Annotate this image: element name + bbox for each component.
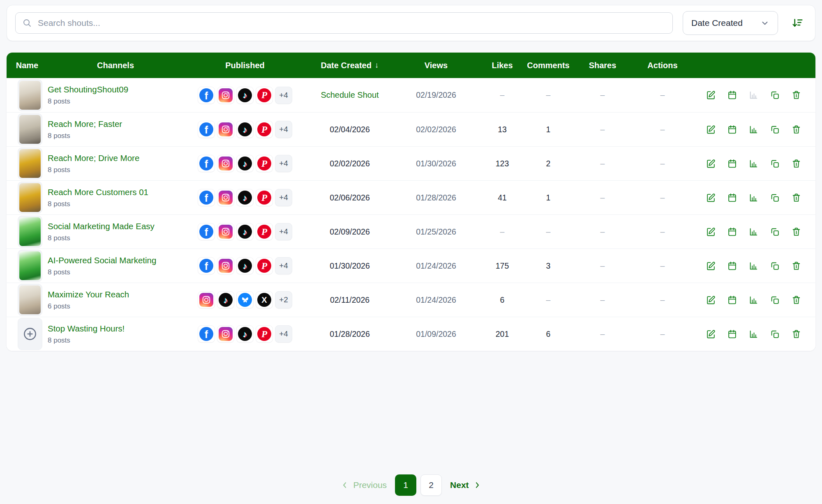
edit-button[interactable] [706,159,716,169]
shout-thumbnail[interactable] [18,216,42,248]
shout-thumbnail[interactable] [18,250,42,282]
date-created-cell: 01/24/2026 [393,295,479,305]
thumbnail-image [19,285,41,314]
shout-thumbnail[interactable] [18,147,42,180]
schedule-button[interactable] [727,295,737,305]
duplicate-button[interactable] [770,124,780,135]
date-created-cell: 02/02/2026 [393,125,479,134]
edit-button[interactable] [706,193,716,203]
previous-page-button[interactable]: Previous [341,480,387,490]
schedule-button[interactable] [727,193,737,203]
delete-button[interactable] [791,159,801,169]
edit-button[interactable] [706,124,716,135]
table-header-row: NameChannelsPublishedDate Created↓ViewsL… [7,53,815,78]
search-input[interactable] [38,18,666,28]
shout-name-link[interactable]: Maximize Your Reach [48,290,129,299]
tiktok-icon: ♪ [217,291,234,308]
next-page-button[interactable]: Next [450,480,481,490]
shout-name-link[interactable]: AI-Powered Social Marketing [48,255,156,265]
pinterest-icon: P [256,223,273,240]
shout-name-link[interactable]: Social Marketing Made Easy [48,221,155,231]
actions-cell [691,90,815,100]
edit-icon [706,124,716,135]
delete-button[interactable] [791,90,801,100]
analytics-button[interactable] [748,159,759,169]
shout-name-link[interactable]: Stop Wasting Hours! [48,324,125,334]
comments-cell: – [571,90,634,100]
thumbnail-cell [7,216,48,248]
comments-cell: – [571,295,634,305]
more-channels-badge[interactable]: +4 [275,257,292,274]
column-header-name: Name [7,61,48,70]
duplicate-button[interactable] [770,295,780,305]
tiktok-logo: ♪ [219,293,233,307]
more-channels-badge[interactable]: +4 [275,325,292,343]
shout-name-link[interactable]: Reach More; Faster [48,119,122,129]
views-cell: 6 [479,295,525,305]
duplicate-button[interactable] [770,329,780,339]
facebook-icon: f [198,325,215,343]
copy-icon [770,90,780,100]
schedule-button[interactable] [727,261,737,271]
delete-button[interactable] [791,329,801,339]
analytics-button[interactable] [748,227,759,237]
shout-thumbnail[interactable] [18,284,42,316]
analytics-button[interactable] [748,193,759,203]
published-cell: 02/02/2026 [307,159,393,168]
duplicate-button[interactable] [770,159,780,169]
analytics-button[interactable] [748,261,759,271]
duplicate-button[interactable] [770,90,780,100]
thumbnail-cell [7,284,48,316]
edit-button[interactable] [706,295,716,305]
delete-button[interactable] [791,227,801,237]
sort-direction-button[interactable] [788,14,807,32]
more-channels-badge[interactable]: +4 [275,155,292,172]
shares-cell: – [634,193,691,203]
more-channels-badge[interactable]: +2 [275,291,292,308]
schedule-button[interactable] [727,227,737,237]
duplicate-button[interactable] [770,227,780,237]
plus-circle-icon [22,326,38,342]
chevron-right-icon [473,481,481,489]
more-channels-badge[interactable]: +4 [275,87,292,104]
analytics-button[interactable] [748,124,759,135]
delete-button[interactable] [791,124,801,135]
edit-button[interactable] [706,261,716,271]
sort-field-dropdown[interactable]: Date Created [683,11,778,35]
edit-button[interactable] [706,329,716,339]
shout-thumbnail[interactable] [18,113,42,145]
shares-cell: – [634,261,691,271]
shout-thumbnail[interactable] [18,79,42,111]
name-cell: Social Marketing Made Easy8 posts [48,221,183,242]
search-box[interactable] [15,12,673,34]
schedule-button[interactable] [727,159,737,169]
calendar-icon [727,90,737,100]
comments-cell: – [571,261,634,271]
schedule-button[interactable] [727,329,737,339]
page-button-1[interactable]: 1 [395,474,416,496]
shout-name-link[interactable]: Reach More Customers 01 [48,187,148,197]
shout-name-link[interactable]: Get ShoutingShout09 [48,85,128,94]
delete-button[interactable] [791,295,801,305]
tiktok-logo: ♪ [238,225,252,239]
table-row: Stop Wasting Hours!8 postsf♪P+401/28/202… [7,317,815,351]
duplicate-button[interactable] [770,261,780,271]
schedule-button[interactable] [727,90,737,100]
analytics-button[interactable] [748,295,759,305]
shout-name-link[interactable]: Reach More; Drive More [48,153,139,163]
delete-button[interactable] [791,193,801,203]
schedule-shout-link[interactable]: Schedule Shout [321,90,379,99]
analytics-button[interactable] [748,329,759,339]
shout-thumbnail[interactable] [18,182,42,214]
more-channels-badge[interactable]: +4 [275,121,292,138]
duplicate-button[interactable] [770,193,780,203]
edit-button[interactable] [706,90,716,100]
more-channels-badge[interactable]: +4 [275,189,292,206]
edit-button[interactable] [706,227,716,237]
add-thumbnail-button[interactable] [18,318,42,350]
facebook-icon: f [198,257,215,274]
schedule-button[interactable] [727,124,737,135]
delete-button[interactable] [791,261,801,271]
page-button-2[interactable]: 2 [420,474,442,496]
more-channels-badge[interactable]: +4 [275,223,292,240]
